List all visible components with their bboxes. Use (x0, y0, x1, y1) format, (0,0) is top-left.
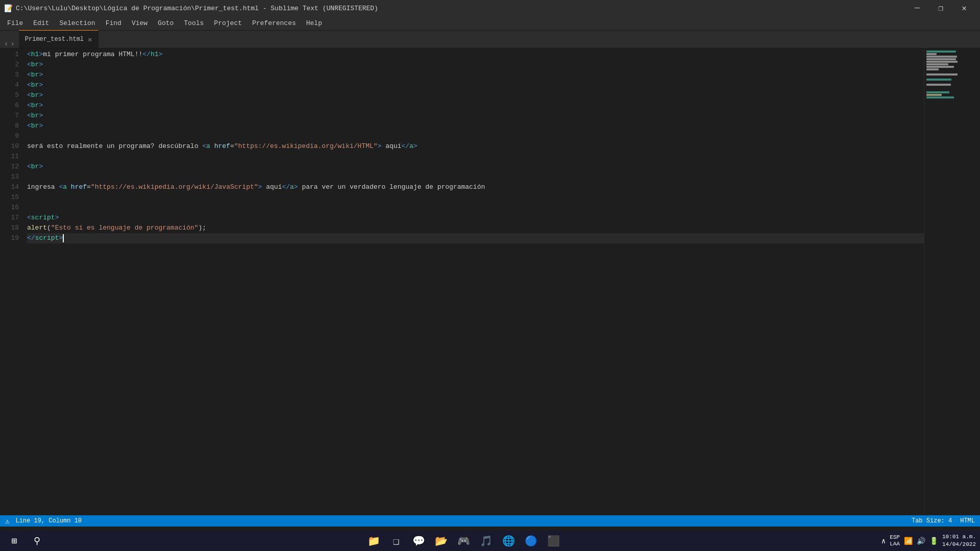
line-number-18: 18 (0, 223, 19, 233)
code-line-13 (27, 172, 924, 182)
network-icon[interactable]: 📶 (903, 537, 914, 545)
taskbar-app-edge[interactable]: 🌐 (498, 531, 519, 551)
sound-icon[interactable]: 🔊 (916, 537, 926, 545)
code-line-17: <script> (27, 213, 924, 223)
code-line-7: <br> (27, 111, 924, 121)
close-button[interactable]: ✕ (952, 0, 976, 16)
tab-close-button[interactable]: ✕ (88, 35, 92, 44)
code-line-12: <br> (27, 162, 924, 172)
line-number-16: 16 (0, 203, 19, 213)
line-number-12: 12 (0, 162, 19, 172)
title-text: C:\Users\Lulu\Desktop\Lógica de Programa… (16, 5, 378, 12)
line-number-10: 10 (0, 141, 19, 152)
menu-item-goto[interactable]: Goto (153, 16, 179, 31)
code-line-15 (27, 192, 924, 203)
menu-item-project[interactable]: Project (209, 16, 247, 31)
code-line-8: <br> (27, 121, 924, 131)
code-line-5: <br> (27, 90, 924, 101)
menu-item-tools[interactable]: Tools (179, 16, 209, 31)
time-display: 10:01 a.m. (942, 533, 976, 541)
taskbar-app-sublime[interactable]: ⬛ (543, 531, 564, 551)
minimap-line-14 (926, 84, 951, 86)
line-number-7: 7 (0, 111, 19, 121)
taskbar-app-explorer2[interactable]: 📂 (431, 531, 451, 551)
taskbar-app-teams[interactable]: 💬 (408, 531, 429, 551)
line-number-15: 15 (0, 192, 19, 203)
search-button[interactable]: ⚲ (27, 531, 47, 551)
line-number-1: 1 (0, 49, 19, 60)
taskbar-app-file-explorer[interactable]: 📁 (363, 531, 384, 551)
tab-primer-test[interactable]: Primer_test.html ✕ (19, 30, 99, 48)
language[interactable]: HTML (960, 517, 975, 524)
titlebar: 📝 C:\Users\Lulu\Desktop\Lógica de Progra… (0, 0, 980, 16)
battery-icon[interactable]: 🔋 (928, 537, 939, 545)
date-display: 14/04/2022 (942, 541, 976, 548)
menu-item-view[interactable]: View (127, 16, 153, 31)
menu-item-file[interactable]: File (2, 16, 28, 31)
window-controls[interactable]: — ❐ ✕ (905, 0, 976, 16)
minimap-line-8 (926, 68, 939, 70)
app-icon: 📝 (4, 4, 13, 13)
line-numbers: 12345678910111213141516171819 (0, 48, 23, 515)
code-area[interactable]: <h1>mi primer programa HTML!!</h1><br><b… (23, 48, 924, 515)
line-number-14: 14 (0, 182, 19, 192)
minimap-line-10 (926, 73, 958, 76)
minimap-line-1 (926, 51, 956, 53)
minimap-line-2 (926, 53, 937, 55)
line-number-2: 2 (0, 60, 19, 70)
restore-button[interactable]: ❐ (929, 0, 952, 16)
taskbar-app-task-view[interactable]: ❑ (386, 531, 406, 551)
statusbar: ⚠ Line 19, Column 10 Tab Size: 4 HTML (0, 515, 980, 527)
start-icon: ⊞ (12, 535, 17, 546)
statusbar-right: Tab Size: 4 HTML (912, 517, 975, 524)
language-indicator[interactable]: ESP LAA (889, 534, 901, 547)
minimap[interactable] (924, 48, 980, 515)
nav-back[interactable]: ‹ (3, 40, 9, 48)
start-button[interactable]: ⊞ (4, 531, 24, 551)
menu-item-find[interactable]: Find (101, 16, 127, 31)
system-tray[interactable]: ∧ ESP LAA 📶 🔊 🔋 (880, 534, 939, 547)
minimap-line-3 (926, 56, 957, 58)
minimap-line-12 (926, 79, 951, 81)
tab-size[interactable]: Tab Size: 4 (912, 517, 952, 524)
menu-item-edit[interactable]: Edit (28, 16, 54, 31)
line-number-3: 3 (0, 70, 19, 80)
taskbar-center[interactable]: 📁❑💬📂🎮🎵🌐🔵⬛ (363, 531, 564, 551)
taskbar-app-app3[interactable]: 🎮 (453, 531, 474, 551)
minimap-line-7 (926, 66, 954, 68)
titlebar-left: 📝 C:\Users\Lulu\Desktop\Lógica de Progra… (4, 4, 378, 13)
line-number-17: 17 (0, 213, 19, 223)
minimize-button[interactable]: — (905, 0, 929, 16)
menu-item-preferences[interactable]: Preferences (247, 16, 301, 31)
code-line-10: será esto realmente un programa? descúbr… (27, 141, 924, 152)
search-icon: ⚲ (34, 535, 40, 546)
code-line-3: <br> (27, 70, 924, 80)
clock[interactable]: 10:01 a.m. 14/04/2022 (942, 533, 976, 549)
line-number-11: 11 (0, 152, 19, 162)
minimap-line-17 (926, 91, 949, 93)
nav-arrows[interactable]: ‹ › (0, 40, 19, 48)
nav-forward[interactable]: › (9, 40, 15, 48)
minimap-line-6 (926, 63, 948, 65)
line-number-9: 9 (0, 131, 19, 141)
tray-chevron[interactable]: ∧ (880, 537, 887, 545)
minimap-line-4 (926, 58, 956, 60)
tabbar: ‹ › Primer_test.html ✕ (0, 31, 980, 48)
menu-item-selection[interactable]: Selection (54, 16, 100, 31)
code-line-1: <h1>mi primer programa HTML!!</h1> (27, 49, 924, 60)
tab-label: Primer_test.html (25, 36, 84, 43)
minimap-line-18 (926, 94, 942, 96)
taskbar-left[interactable]: ⊞ ⚲ (4, 531, 47, 551)
code-line-14: ingresa <a href="https://es.wikipedia.or… (27, 182, 924, 192)
editor: 12345678910111213141516171819 <h1>mi pri… (0, 48, 980, 515)
taskbar-right: ∧ ESP LAA 📶 🔊 🔋 10:01 a.m. 14/04/2022 (880, 533, 976, 549)
code-line-16 (27, 203, 924, 213)
menu-item-help[interactable]: Help (301, 16, 327, 31)
line-col: Line 19, Column 10 (15, 517, 82, 524)
taskbar-app-spotify[interactable]: 🎵 (476, 531, 496, 551)
minimap-content (924, 48, 980, 101)
code-line-2: <br> (27, 60, 924, 70)
line-number-19: 19 (0, 233, 19, 243)
line-number-5: 5 (0, 90, 19, 101)
taskbar-app-chrome[interactable]: 🔵 (521, 531, 541, 551)
